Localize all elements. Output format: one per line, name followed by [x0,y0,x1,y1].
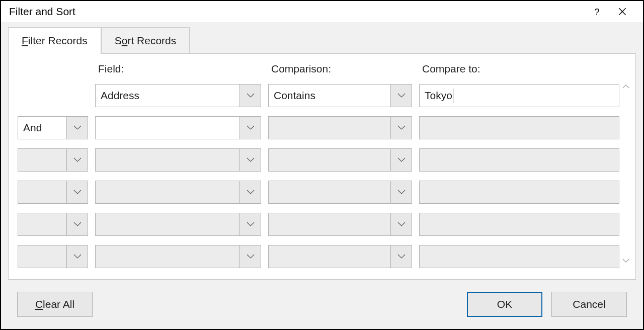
field-header: Field: [95,63,261,75]
dialog-body: Filter Records Sort Records Field: Compa… [1,22,643,329]
logic-combo-2[interactable] [18,148,88,172]
close-button[interactable] [610,2,635,22]
compare-to-input-1[interactable] [419,116,619,139]
chevron-down-icon[interactable] [239,245,261,268]
scroll-bar[interactable] [618,79,633,268]
field-combo-5[interactable] [95,245,261,268]
svg-text:?: ? [594,7,599,17]
chevron-down-icon[interactable] [66,149,88,171]
comparison-combo-1[interactable] [268,116,412,139]
logic-combo-1[interactable]: And [18,116,88,139]
filter-tab-content: Field: Comparison: Compare to: Address C… [8,53,636,280]
chevron-down-icon[interactable] [239,149,261,171]
text-cursor [453,89,453,103]
comparison-combo-2[interactable] [268,148,412,172]
chevron-down-icon[interactable] [66,181,88,203]
chevron-down-icon[interactable] [390,181,412,203]
filter-sort-dialog: Filter and Sort ? Filter Records Sort Re… [0,0,644,330]
chevron-down-icon[interactable] [66,245,88,268]
compare-to-input-2[interactable] [419,148,619,172]
chevron-down-icon[interactable] [239,213,261,235]
logic-combo-5[interactable] [18,245,88,268]
chevron-down-icon[interactable] [390,85,412,107]
titlebar: Filter and Sort ? [1,1,643,22]
chevron-down-icon[interactable] [239,85,261,107]
field-combo-0[interactable]: Address [95,84,261,107]
chevron-down-icon[interactable] [239,181,261,203]
chevron-down-icon[interactable] [66,117,88,139]
chevron-down-icon[interactable] [66,213,88,235]
comparison-header: Comparison: [268,63,412,75]
close-icon [617,7,627,17]
dialog-title: Filter and Sort [9,6,75,18]
compare-to-input-5[interactable] [419,245,619,268]
field-combo-4[interactable] [95,213,261,236]
chevron-down-icon[interactable] [390,245,412,268]
compare-to-header: Compare to: [419,63,619,75]
cancel-button[interactable]: Cancel [551,292,627,317]
logic-combo-4[interactable] [18,213,88,236]
comparison-combo-3[interactable] [268,181,412,204]
tab-filter-records[interactable]: Filter Records [8,27,101,54]
comparison-combo-4[interactable] [268,213,412,236]
scroll-up-icon[interactable] [618,79,633,94]
comparison-combo-5[interactable] [268,245,412,268]
field-combo-1[interactable] [95,116,261,139]
clear-all-button[interactable]: Clear All [17,292,93,317]
logic-combo-3[interactable] [18,181,88,204]
filter-grid: Field: Comparison: Compare to: Address C… [18,63,626,268]
help-button[interactable]: ? [585,2,610,22]
chevron-down-icon[interactable] [239,117,261,139]
compare-to-input-4[interactable] [419,213,619,236]
chevron-down-icon[interactable] [390,149,412,171]
tab-sort-records[interactable]: Sort Records [101,27,190,54]
chevron-down-icon[interactable] [390,117,412,139]
comparison-combo-0[interactable]: Contains [268,84,412,107]
compare-to-input-0[interactable]: Tokyo [419,84,619,107]
scroll-down-icon[interactable] [618,253,633,268]
compare-to-input-3[interactable] [419,181,619,204]
ok-button[interactable]: OK [467,292,542,317]
chevron-down-icon[interactable] [390,213,412,235]
tabstrip: Filter Records Sort Records [8,27,636,54]
field-combo-3[interactable] [95,181,261,204]
field-combo-2[interactable] [95,148,261,172]
button-bar: Clear All OK Cancel [8,280,636,329]
help-icon: ? [592,7,602,17]
